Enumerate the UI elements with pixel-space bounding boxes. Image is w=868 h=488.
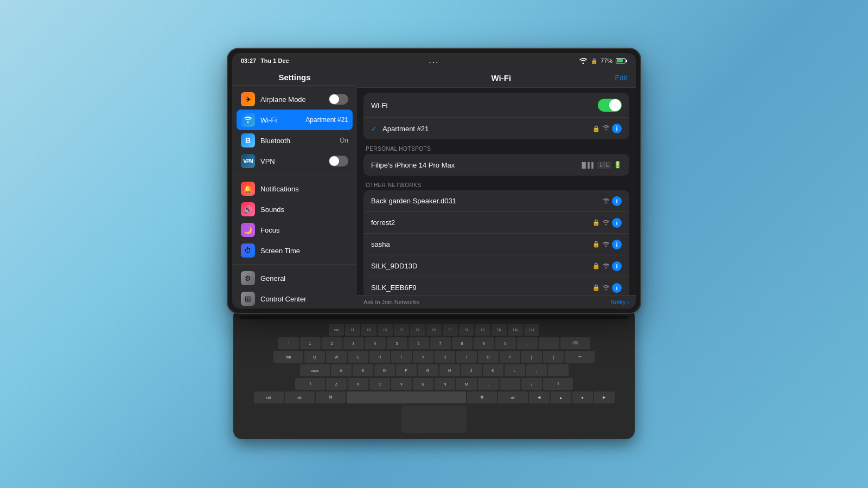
key-o[interactable]: O (478, 351, 499, 363)
key-f3[interactable]: F3 (378, 324, 393, 336)
network-row-4[interactable]: SILK_EEB6F9 🔒 i (363, 277, 629, 295)
key-backspace[interactable]: ⌫ (560, 337, 590, 349)
key-3[interactable]: 3 (343, 337, 364, 349)
key-c[interactable]: C (369, 378, 390, 390)
key-f[interactable]: F (396, 364, 417, 376)
key-a[interactable]: A (331, 364, 352, 376)
key-e[interactable]: E (348, 351, 368, 363)
key-8[interactable]: 8 (452, 337, 473, 349)
key-i[interactable]: I (456, 351, 477, 363)
key-space[interactable] (347, 391, 466, 403)
key-return[interactable]: ↩ (565, 351, 595, 363)
key-g[interactable]: G (418, 364, 438, 376)
vpn-toggle[interactable] (329, 156, 348, 166)
key-bracket-l[interactable]: [ (521, 351, 542, 363)
key-shift-l[interactable]: ⇧ (295, 378, 325, 390)
key-w[interactable]: W (326, 351, 347, 363)
key-p[interactable]: P (500, 351, 520, 363)
key-left[interactable]: ◀ (529, 391, 550, 403)
key-f12[interactable]: F12 (524, 324, 539, 336)
hotspot-row[interactable]: Filipe's iPhone 14 Pro Max ▐▌▌▌ LTE 🔋 (363, 154, 629, 176)
key-1[interactable]: 1 (300, 337, 321, 349)
network-info-0[interactable]: i (612, 196, 622, 206)
key-right[interactable]: ▶ (594, 391, 615, 403)
sidebar-item-controlcenter[interactable]: ⊞ Control Center (237, 288, 353, 309)
key-5[interactable]: 5 (387, 337, 407, 349)
sidebar-item-bluetooth[interactable]: B Bluetooth On (237, 130, 353, 151)
key-d[interactable]: D (374, 364, 395, 376)
key-q[interactable]: Q (304, 351, 325, 363)
network-row-1[interactable]: forrest2 🔒 i (363, 212, 629, 234)
key-f1[interactable]: F1 (345, 324, 360, 336)
key-slash[interactable]: / (521, 378, 542, 390)
key-cmd-r[interactable]: ⌘ (467, 391, 497, 403)
key-h[interactable]: H (439, 364, 460, 376)
key-bracket-r[interactable]: ] (543, 351, 564, 363)
key-4[interactable]: 4 (365, 337, 386, 349)
network-info-3[interactable]: i (612, 261, 622, 271)
sidebar-item-vpn[interactable]: VPN VPN (237, 151, 353, 171)
connected-info-button[interactable]: i (612, 124, 622, 133)
edit-button[interactable]: Edit (615, 74, 627, 82)
key-y[interactable]: Y (413, 351, 433, 363)
key-t[interactable]: T (391, 351, 412, 363)
key-f8[interactable]: F8 (459, 324, 474, 336)
key-f11[interactable]: F11 (508, 324, 523, 336)
airplane-toggle[interactable] (329, 94, 348, 105)
key-period[interactable]: . (500, 378, 520, 390)
key-f5[interactable]: F5 (410, 324, 425, 336)
key-v[interactable]: V (391, 378, 412, 390)
network-info-4[interactable]: i (612, 283, 622, 293)
key-backtick[interactable]: ` (278, 337, 299, 349)
sidebar-item-focus[interactable]: 🌙 Focus (237, 220, 353, 240)
network-row-2[interactable]: sasha 🔒 i (363, 234, 629, 255)
key-s[interactable]: S (353, 364, 373, 376)
key-n[interactable]: N (435, 378, 455, 390)
key-2[interactable]: 2 (322, 337, 342, 349)
key-equals[interactable]: = (539, 337, 559, 349)
key-u[interactable]: U (435, 351, 455, 363)
key-f9[interactable]: F9 (475, 324, 490, 336)
key-quote[interactable]: ' (548, 364, 569, 376)
key-semicolon[interactable]: ; (526, 364, 547, 376)
wifi-toggle-row[interactable]: Wi-Fi (363, 93, 629, 118)
key-6[interactable]: 6 (409, 337, 429, 349)
key-cmd-l[interactable]: ⌘ (316, 391, 346, 403)
sidebar-item-airplane[interactable]: ✈ Airplane Mode (237, 89, 353, 110)
sidebar-item-general[interactable]: ⚙ General (237, 268, 353, 288)
sidebar-item-sounds[interactable]: 🔊 Sounds (237, 199, 353, 220)
key-f7[interactable]: F7 (443, 324, 458, 336)
key-j[interactable]: J (461, 364, 482, 376)
key-r[interactable]: R (369, 351, 390, 363)
key-m[interactable]: M (456, 378, 477, 390)
key-esc[interactable]: esc (329, 324, 344, 336)
key-7[interactable]: 7 (430, 337, 451, 349)
network-row-3[interactable]: SILK_9DD13D 🔒 i (363, 255, 629, 277)
key-up[interactable]: ▲ (551, 391, 571, 403)
key-z[interactable]: Z (326, 378, 347, 390)
key-caps[interactable]: caps (300, 364, 330, 376)
sidebar-item-wifi[interactable]: Wi-Fi Apartment #21 (237, 110, 353, 130)
sidebar-item-screentime[interactable]: ⏱ Screen Time (237, 240, 353, 261)
key-minus[interactable]: - (517, 337, 538, 349)
key-ctrl[interactable]: ctrl (254, 391, 284, 403)
key-f10[interactable]: F10 (492, 324, 507, 336)
key-alt[interactable]: alt (285, 391, 315, 403)
wifi-main-toggle[interactable] (598, 99, 622, 112)
key-9[interactable]: 9 (474, 337, 494, 349)
key-x[interactable]: X (348, 378, 368, 390)
key-l[interactable]: L (505, 364, 525, 376)
key-comma[interactable]: , (478, 378, 499, 390)
key-0[interactable]: 0 (495, 337, 516, 349)
key-alt-r[interactable]: alt (498, 391, 528, 403)
network-info-2[interactable]: i (612, 240, 622, 249)
notify-button[interactable]: Notify › (610, 299, 629, 305)
trackpad[interactable] (401, 406, 467, 433)
key-f4[interactable]: F4 (394, 324, 409, 336)
network-info-1[interactable]: i (612, 218, 622, 228)
key-k[interactable]: K (483, 364, 503, 376)
key-shift-r[interactable]: ⇧ (543, 378, 573, 390)
key-b[interactable]: B (413, 378, 433, 390)
key-f2[interactable]: F2 (361, 324, 376, 336)
network-row-0[interactable]: Back garden Speaker.d031 i (363, 190, 629, 212)
